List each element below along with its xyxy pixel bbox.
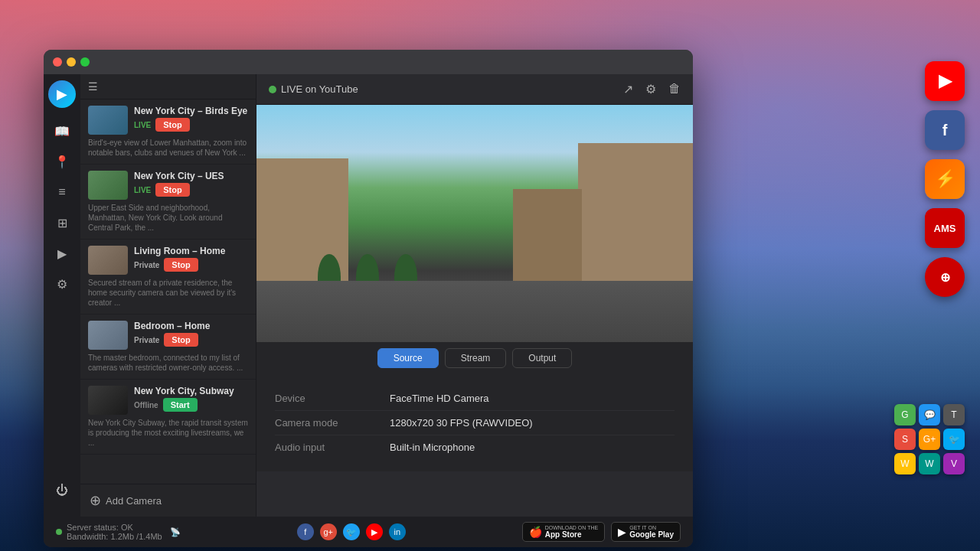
camera-item-living-room[interactable]: Living Room – Home Private Stop Secured … bbox=[80, 240, 256, 315]
mini-dock-l1[interactable]: 🐦 bbox=[943, 429, 965, 450]
camera-thumb-4 bbox=[88, 321, 128, 350]
apple-icon: 🍎 bbox=[529, 526, 542, 538]
app-window: ▶ 📖 📍 ≡ ⊞ ▶ ⚙ ⏻ bbox=[44, 50, 693, 547]
google-play-icon: ▶ bbox=[618, 526, 626, 538]
camera-item-ny-ues[interactable]: New York City – UES LIVE Stop Upper East… bbox=[80, 165, 256, 240]
panel-tabs: Source Stream Output bbox=[256, 342, 693, 374]
camera-stop-button-1[interactable]: Stop bbox=[155, 118, 189, 132]
building-5 bbox=[513, 189, 582, 296]
sidebar-item-list[interactable]: ≡ bbox=[48, 178, 76, 206]
facebook-icon: f bbox=[942, 122, 948, 139]
camera-stop-button-4[interactable]: Stop bbox=[164, 333, 198, 347]
content-panel: LIVE on YouTube ↗ ⚙ 🗑 bbox=[256, 74, 693, 517]
social-linkedin[interactable]: in bbox=[389, 523, 406, 540]
mini-dock-o1[interactable]: G+ bbox=[919, 429, 940, 450]
mini-dock-g1[interactable]: G bbox=[894, 404, 916, 425]
hamburger-icon[interactable]: ☰ bbox=[88, 80, 98, 93]
mini-dock-y1[interactable]: W bbox=[894, 453, 916, 474]
live-text: LIVE on YouTube bbox=[281, 83, 358, 95]
google-play-sub: GET IT ON bbox=[629, 525, 674, 530]
camera-info-5: New York City, Subway Offline Start bbox=[134, 386, 248, 412]
dock-facebook[interactable]: f bbox=[925, 110, 965, 150]
sidebar-item-location[interactable]: 📍 bbox=[48, 148, 76, 175]
camera-stop-button-2[interactable]: Stop bbox=[155, 183, 189, 197]
location-icon: 📍 bbox=[54, 155, 70, 169]
g1-icon: G bbox=[901, 409, 908, 420]
camera-info-3: Living Room – Home Private Stop bbox=[134, 246, 248, 272]
camera-info-1: New York City – Birds Eye LIVE Stop bbox=[134, 106, 248, 132]
app-logo[interactable]: ▶ bbox=[48, 80, 76, 108]
footer-social: f g+ 🐦 ▶ in bbox=[297, 523, 406, 540]
camera-desc-5: New York City Subway, the rapid transit … bbox=[88, 418, 248, 448]
building-4 bbox=[578, 143, 693, 296]
sidebar-item-book[interactable]: 📖 bbox=[48, 117, 76, 145]
camera-thumb-5 bbox=[88, 386, 128, 415]
camera-status-1: LIVE bbox=[134, 121, 151, 129]
dock-youtube[interactable]: ▶ bbox=[925, 61, 965, 101]
google-play-badge[interactable]: ▶ GET IT ON Google Play bbox=[611, 522, 681, 542]
camera-name-5: New York City, Subway bbox=[134, 386, 248, 396]
tab-stream[interactable]: Stream bbox=[445, 348, 507, 368]
tab-source[interactable]: Source bbox=[377, 348, 439, 368]
camera-item-subway[interactable]: New York City, Subway Offline Start New … bbox=[80, 380, 256, 455]
dock-s5[interactable]: ⊕ bbox=[925, 257, 965, 297]
camera-mode-value: 980x551 30 FPS (RAWVIDEO) bbox=[390, 417, 533, 429]
social-twitter[interactable]: 🐦 bbox=[343, 523, 360, 540]
app-store-badge[interactable]: 🍎 Download on the App Store bbox=[522, 522, 606, 542]
minimize-button[interactable] bbox=[67, 57, 76, 67]
camera-item-ny-birds-eye[interactable]: New York City – Birds Eye LIVE Stop Bird… bbox=[80, 99, 256, 165]
close-button[interactable] bbox=[53, 57, 62, 67]
delete-button[interactable]: 🗑 bbox=[668, 82, 681, 96]
sidebar-item-grid[interactable]: ⊞ bbox=[48, 209, 76, 236]
social-youtube[interactable]: ▶ bbox=[366, 523, 383, 540]
y1-icon: W bbox=[900, 458, 909, 469]
camera-info-2: New York City – UES LIVE Stop bbox=[134, 171, 248, 197]
social-facebook[interactable]: f bbox=[297, 523, 314, 540]
info-grid: Device FaceTime HD Camera Camera mode 12… bbox=[256, 374, 693, 471]
camera-list-scroll[interactable]: New York City – Birds Eye LIVE Stop Bird… bbox=[80, 99, 256, 484]
youtube-icon: ▶ bbox=[939, 71, 952, 91]
info-row-camera-mode: Camera mode 980x551 30 FPS (RAWVIDEO) bbox=[275, 411, 675, 435]
camera-thumb-2 bbox=[88, 171, 128, 200]
camera-desc-1: Bird's-eye view of Lower Manhattan, zoom… bbox=[88, 138, 248, 158]
b1-icon: 💬 bbox=[924, 409, 936, 420]
dock-ams[interactable]: AMS bbox=[925, 208, 965, 248]
camera-list-header: ☰ bbox=[80, 74, 256, 99]
sidebar-item-settings[interactable]: ⚙ bbox=[48, 270, 76, 298]
add-camera-label: Add Camera bbox=[106, 495, 162, 507]
social-googleplus[interactable]: g+ bbox=[320, 523, 337, 540]
o1-icon: G+ bbox=[923, 434, 936, 445]
live-dot bbox=[269, 86, 276, 93]
google-play-text: GET IT ON Google Play bbox=[629, 525, 674, 539]
server-status-dot bbox=[56, 529, 62, 535]
dock-lightning[interactable]: ⚡ bbox=[925, 159, 965, 199]
camera-start-button-5[interactable]: Start bbox=[163, 398, 198, 412]
tab-output[interactable]: Output bbox=[512, 348, 572, 368]
logo-icon: ▶ bbox=[57, 86, 67, 103]
mini-dock: G 💬 T S G+ 🐦 W W V bbox=[894, 404, 965, 474]
mini-dock-t1[interactable]: T bbox=[943, 404, 965, 425]
camera-item-bedroom[interactable]: Bedroom – Home Private Stop The master b… bbox=[80, 315, 256, 380]
mini-dock-r1[interactable]: S bbox=[894, 429, 916, 450]
camera-status-4: Private bbox=[134, 336, 159, 344]
maximize-button[interactable] bbox=[80, 57, 90, 67]
camera-desc-4: The master bedroom, connected to my list… bbox=[88, 353, 248, 373]
power-icon: ⏻ bbox=[56, 484, 68, 497]
t1-icon: T bbox=[951, 409, 956, 420]
sidebar: ▶ 📖 📍 ≡ ⊞ ▶ ⚙ ⏻ bbox=[44, 74, 80, 517]
mini-dock-te1[interactable]: W bbox=[919, 453, 940, 474]
sidebar-item-play[interactable]: ▶ bbox=[48, 240, 76, 267]
r1-icon: S bbox=[902, 434, 908, 445]
camera-stop-button-3[interactable]: Stop bbox=[164, 258, 198, 272]
settings-button[interactable]: ⚙ bbox=[645, 82, 656, 96]
bandwidth-icon: 📡 bbox=[170, 527, 181, 537]
te1-icon: W bbox=[925, 458, 933, 469]
mini-dock-b1[interactable]: 💬 bbox=[919, 404, 940, 425]
sidebar-power-button[interactable]: ⏻ bbox=[48, 477, 76, 504]
share-button[interactable]: ↗ bbox=[623, 82, 633, 96]
add-camera-button[interactable]: ⊕ Add Camera bbox=[80, 484, 256, 517]
content-header: LIVE on YouTube ↗ ⚙ 🗑 bbox=[256, 74, 693, 105]
mini-dock-p1[interactable]: V bbox=[943, 453, 965, 474]
device-label: Device bbox=[275, 393, 390, 404]
audio-input-value: Built-in Microphone bbox=[390, 442, 475, 453]
